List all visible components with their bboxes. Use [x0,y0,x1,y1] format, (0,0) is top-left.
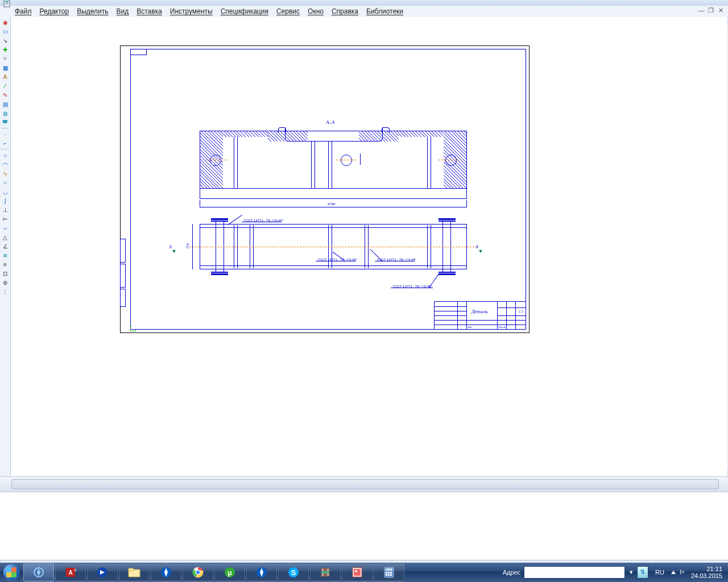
taskbar-app-winrar[interactable] [310,563,341,581]
taskbar-app-imageviewer[interactable] [342,563,373,581]
tool-tri-icon[interactable]: △ [1,233,9,241]
toolbar-separator [1,149,9,149]
menu-window[interactable]: Окно [308,7,324,15]
tool-bezier-icon[interactable]: ∫ [1,197,9,205]
view-section-aa [200,131,467,199]
svg-point-26 [355,570,357,572]
svg-rect-10 [129,568,134,571]
tool-btn-10[interactable]: ◍ [1,109,9,117]
drawing-canvas[interactable]: А–А [11,17,727,477]
title-bar [0,0,728,6]
title-block: Деталь 1:2 Лист Листов [434,301,526,330]
taskbar-app-skype[interactable]: S [278,563,309,581]
tool-ellipse-icon[interactable]: ○ [1,178,9,186]
binding-strip [120,289,126,307]
taskbar-clock[interactable]: 21:11 24.03.2015 [689,566,725,579]
tool-line-icon[interactable]: ⌐ [1,139,9,147]
taskbar-app-kompas3[interactable] [246,563,277,581]
tool-eq-icon[interactable]: ≡ [1,260,9,268]
address-label: Адрес [503,569,521,576]
tool-angle-icon[interactable]: ∠ [1,242,9,250]
menu-insert[interactable]: Вставка [136,7,162,15]
tool-btn-05[interactable]: ▦ [1,64,9,72]
svg-rect-29 [386,572,387,573]
binding-strip [120,264,126,288]
blank-area [0,492,728,560]
system-tray[interactable]: 🏳 [671,569,685,576]
menu-libraries[interactable]: Библиотеки [366,7,403,15]
address-dropdown-icon[interactable]: ▼ [628,569,634,575]
tool-wave-icon[interactable]: ≋ [1,251,9,259]
svg-rect-25 [354,569,361,576]
language-indicator[interactable]: RU [655,569,664,576]
menu-editor[interactable]: Редактор [40,7,69,15]
restore-button[interactable]: ❐ [707,7,715,14]
menu-bar: Файл Редактор Выделить Вид Вставка Инстр… [0,6,728,18]
svg-rect-33 [388,574,390,576]
tool-btn-02[interactable]: ↘ [1,36,9,44]
tool-btn-06[interactable]: A [1,73,9,81]
tray-flag-icon[interactable]: 🏳 [679,569,685,576]
taskbar-app-chrome[interactable] [183,563,213,581]
tool-arc2-icon[interactable]: ◡ [1,188,9,196]
tool-dim-icon[interactable]: ↔ [1,224,9,232]
tool-box-icon[interactable]: ⊡ [1,269,9,277]
tool-btn-04[interactable]: ⌗ [1,55,9,63]
section-label: А–А [326,119,335,125]
tool-arc-icon[interactable]: ◠ [1,160,9,168]
svg-rect-23 [321,571,329,573]
menu-service[interactable]: Сервис [276,7,300,15]
taskbar-app-kompas[interactable] [23,563,54,581]
windows-logo-icon [3,564,19,580]
svg-text:20: 20 [74,568,76,572]
tool-ring-icon[interactable]: ⊚ [1,278,9,286]
tool-btn-00[interactable]: ◉ [1,18,9,26]
tool-more-icon[interactable]: ⋮ [1,288,9,296]
menu-help[interactable]: Справка [332,7,358,15]
tool-spline-icon[interactable]: ∿ [1,169,9,177]
menu-view[interactable]: Вид [117,7,129,15]
sheet-corner-mark [130,49,147,55]
tool-perp-icon[interactable]: ⊥ [1,206,9,214]
tool-btn-08[interactable]: ✎ [1,91,9,99]
close-button[interactable]: ✕ [717,7,725,14]
window-controls: — ❐ ✕ [697,7,725,14]
address-go-button[interactable]: ↯ [637,566,648,579]
binding-strip [120,239,126,263]
dimension-height: 710 [189,224,195,269]
start-button[interactable] [0,563,23,582]
windows-taskbar: A20 µ S Адрес ▼ ↯ RU 🏳 21:11 24.03.2015 [0,563,728,582]
taskbar-app-calculator[interactable] [374,563,404,581]
menu-select[interactable]: Выделить [77,7,108,15]
svg-rect-3 [5,4,9,5]
tool-tan-icon[interactable]: ⊢ [1,215,9,223]
taskbar-app-thunderbird[interactable] [87,563,118,581]
menu-file[interactable]: Файл [15,7,32,15]
tool-point-icon[interactable]: · [1,130,9,138]
menu-tools[interactable]: Инструменты [170,7,213,15]
address-input[interactable] [524,566,625,579]
tool-btn-11[interactable]: ◚ [1,118,9,126]
svg-rect-30 [388,572,390,573]
section-arrow-right-label: А [475,244,478,250]
svg-text:S: S [291,568,296,577]
taskbar-app-autocad[interactable]: A20 [55,563,86,581]
tool-circle-icon[interactable]: ○ [1,151,9,159]
minimize-button[interactable]: — [697,7,705,14]
svg-text:A: A [68,569,72,576]
tool-btn-07[interactable]: ⁄ [1,82,9,90]
taskbar-app-explorer[interactable] [119,563,150,581]
taskbar-app-kompas2[interactable] [151,563,181,581]
tool-btn-01[interactable]: ▭ [1,27,9,35]
taskbar-address-toolbar: Адрес ▼ ↯ RU 🏳 21:11 24.03.2015 [503,566,728,579]
svg-text:µ: µ [228,568,232,577]
view-plan [200,218,467,275]
tool-btn-09[interactable]: ▤ [1,100,9,108]
taskbar-app-utorrent[interactable]: µ [214,563,245,581]
tool-btn-03[interactable]: ✚ [1,45,9,53]
property-bar-inner[interactable] [11,479,719,489]
section-arrow-left-icon [172,250,176,253]
tray-expand-icon[interactable] [671,571,676,574]
left-toolbar: ◉ ▭ ↘ ✚ ⌗ ▦ A ⁄ ✎ ▤ ◍ ◚ · ⌐ ○ ◠ ∿ ○ ◡ ∫ … [0,17,11,480]
menu-spec[interactable]: Спецификация [221,7,268,15]
